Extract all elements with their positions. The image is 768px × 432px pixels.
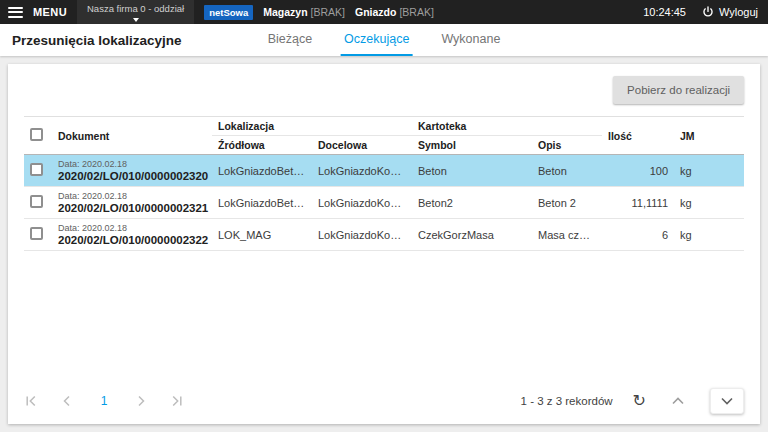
row-quantity: 6 [602,219,674,251]
row-checkbox[interactable] [30,195,43,208]
column-header-opis[interactable]: Opis [532,136,602,155]
page-header: Przesunięcia lokalizacyjne Bieżące Oczek… [0,24,768,56]
tab-oczekujace[interactable]: Oczekujące [341,24,412,56]
last-page-button[interactable] [170,394,184,408]
chevron-down-icon [133,18,139,22]
next-page-button[interactable] [134,394,148,408]
content: Pobierz do realizacji Dokument Lokalizac… [0,56,768,432]
transfers-card: Pobierz do realizacji Dokument Lokalizac… [8,64,760,424]
logout-button[interactable]: Wyloguj [702,6,758,18]
slot-label: Gniazdo [355,6,396,18]
clock: 10:24:45 [643,6,686,18]
warehouse-indicator: Magazyn[BRAK] [263,6,345,18]
row-description: Beton 2 [532,187,602,219]
records-count: 1 - 3 z 3 rekordów [521,395,613,407]
row-document-number: 2020/02/LO/010/0000002322 [58,234,206,246]
page-title: Przesunięcia lokalizacyjne [12,33,182,48]
table-row[interactable]: Data: 2020.02.18 2020/02/LO/010/00000023… [24,219,744,251]
column-group-lokalizacja: Lokalizacja [212,117,412,136]
row-target-location: LokGniazdoKostki [312,155,412,187]
company-select-value: Nasza firma 0 - oddział [87,3,184,14]
tabs: Bieżące Oczekujące Wykonane [265,24,504,56]
menu-icon[interactable] [8,7,23,18]
row-date: Data: 2020.02.18 [58,191,206,201]
warehouse-label: Magazyn [263,6,307,18]
row-unit: kg [674,187,744,219]
pager-controls: 1 [24,394,184,408]
brand-badge: netSowa [204,5,253,20]
row-document-number: 2020/02/LO/010/0000002320 [58,170,206,182]
row-target-location: LokGniazdoKostki [312,187,412,219]
expand-panel-button[interactable] [710,388,744,414]
slot-indicator: Gniazdo[BRAK] [355,6,434,18]
row-source-location: LokGniazdoBetoniarka [212,155,312,187]
logout-label: Wyloguj [719,6,758,18]
row-symbol: Beton [412,155,532,187]
row-description: Masa czekol... [532,219,602,251]
transfers-table: Dokument Lokalizacja Kartoteka Ilość JM … [24,116,744,251]
card-toolbar: Pobierz do realizacji [8,64,760,116]
company-select[interactable]: Nasza firma 0 - oddział [77,0,194,24]
previous-page-button[interactable] [60,394,74,408]
first-page-button[interactable] [24,394,38,408]
tab-biezace[interactable]: Bieżące [265,24,315,56]
row-target-location: LokGniazdoKostki [312,219,412,251]
row-unit: kg [674,155,744,187]
topbar-right: 10:24:45 Wyloguj [643,6,758,18]
power-icon [702,6,714,18]
column-header-docelowa[interactable]: Docelowa [312,136,412,155]
column-header-jm[interactable]: JM [674,117,744,155]
page-number[interactable]: 1 [96,394,112,408]
row-date: Data: 2020.02.18 [58,223,206,233]
row-date: Data: 2020.02.18 [58,159,206,169]
row-source-location: LokGniazdoBetoniarka [212,187,312,219]
refresh-button[interactable]: ↻ [633,393,646,409]
table-row[interactable]: Data: 2020.02.18 2020/02/LO/010/00000023… [24,155,744,187]
pagination: 1 1 - 3 z 3 rekordów ↻ [8,382,760,424]
row-source-location: LOK_MAG [212,219,312,251]
column-group-kartoteka: Kartoteka [412,117,602,136]
menu-button[interactable]: MENU [33,6,67,18]
collapse-panel-button[interactable] [666,390,690,412]
column-header-zrodlowa[interactable]: Źródłowa [212,136,312,155]
row-quantity: 11,1111 [602,187,674,219]
row-checkbox[interactable] [30,163,43,176]
column-header-symbol[interactable]: Symbol [412,136,532,155]
app-root: MENU Nasza firma 0 - oddział netSowa Mag… [0,0,768,432]
topbar: MENU Nasza firma 0 - oddział netSowa Mag… [0,0,768,24]
tab-wykonane[interactable]: Wykonane [438,24,503,56]
row-quantity: 100 [602,155,674,187]
row-checkbox[interactable] [30,227,43,240]
slot-value: [BRAK] [399,6,433,18]
row-document-number: 2020/02/LO/010/0000002321 [58,202,206,214]
warehouse-value: [BRAK] [311,6,345,18]
row-symbol: Beton2 [412,187,532,219]
row-symbol: CzekGorzMasa [412,219,532,251]
column-header-dokument[interactable]: Dokument [52,117,212,155]
row-unit: kg [674,219,744,251]
fetch-to-realization-button[interactable]: Pobierz do realizacji [613,76,744,104]
table-row[interactable]: Data: 2020.02.18 2020/02/LO/010/00000023… [24,187,744,219]
pager-status: 1 - 3 z 3 rekordów ↻ [521,388,744,414]
row-description: Beton [532,155,602,187]
chevron-up-icon [671,396,685,406]
column-header-ilosc[interactable]: Ilość [602,117,674,155]
select-all-checkbox[interactable] [30,128,43,141]
chevron-down-icon [720,396,734,406]
